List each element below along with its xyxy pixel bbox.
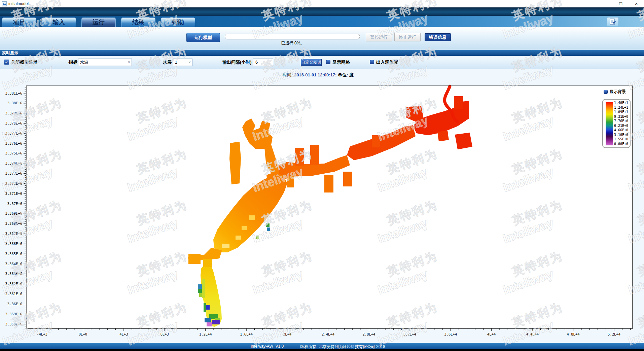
map-cell — [242, 226, 247, 230]
axis-tick-label: 2E+4 — [283, 332, 291, 336]
map-region-left-strip — [229, 142, 241, 184]
indicator-value: 水温 — [80, 60, 88, 65]
map-region-midband-stub-up — [372, 135, 380, 147]
tab-project[interactable]: 项目 — [2, 17, 36, 27]
interval-label: 输出间隔(小时) — [222, 59, 252, 65]
close-button[interactable]: ✕ — [629, 0, 644, 7]
axis-tick-label: 3.361E+6 — [5, 292, 22, 296]
axis-tick-label: 3.374E+6 — [5, 161, 22, 165]
flow-positions-checkbox[interactable] — [370, 60, 374, 64]
show-background-checkbox[interactable] — [604, 90, 608, 94]
axis-tick-label: 3.363E+6 — [5, 272, 22, 276]
legend-value: 6.21E+0 — [614, 124, 629, 128]
pause-run-button[interactable]: 暂停运行 — [366, 33, 392, 41]
map-cell — [205, 318, 211, 322]
axis-tick-label: 3.371E+6 — [5, 191, 22, 196]
custom-colormap-button[interactable]: 自定义图谱 — [301, 59, 322, 66]
chevron-down-icon: ∨ — [188, 59, 191, 66]
map-cell — [222, 244, 229, 248]
map-cell — [204, 303, 206, 312]
axis-tick-label: 3.375E+6 — [5, 151, 22, 155]
realtime-controls: ✓ 关闭图形显示 指标 水温 ∨ 水层 1 ∨ 输出间隔(小时) 6 自定义图谱… — [0, 56, 644, 69]
map-region-stub-down-b — [343, 172, 352, 186]
axis-tick-label: 3.37E+6 — [7, 202, 22, 206]
map-cell — [198, 284, 203, 289]
tab-bar: 项目 输入 运行 结果 帮助 环评/预警 — [0, 16, 644, 27]
chevron-down-icon: ∨ — [128, 59, 130, 66]
axis-tick-label: 3.2E+4 — [403, 332, 416, 336]
legend-value: 4.66E+0 — [614, 129, 629, 132]
tab-results[interactable]: 结果 — [121, 17, 155, 27]
axis-tick-label: 3.366E+6 — [5, 242, 22, 246]
axis-tick-label: 3.373E+6 — [5, 171, 22, 175]
axis-tick-label: 0E+0 — [79, 332, 87, 336]
axis-tick-label: 5.2E+4 — [608, 332, 620, 336]
ribbon-top-strip — [0, 7, 644, 16]
map-cell — [256, 236, 259, 239]
legend-value: 3.10E+0 — [614, 133, 629, 137]
legend-value: 7.76E+0 — [614, 119, 629, 123]
tab-input[interactable]: 输入 — [42, 17, 76, 27]
map-region-stub-down-c — [287, 176, 294, 187]
map-cell — [203, 259, 212, 267]
map-region-ne-stub-top — [454, 96, 463, 109]
show-grid-label: 显示网格 — [332, 59, 350, 65]
report-button[interactable] — [607, 17, 619, 26]
axis-tick-label: 3.38E+6 — [7, 101, 22, 105]
app-icon — [2, 1, 7, 6]
minimize-button[interactable]: ─ — [598, 0, 613, 7]
axis-tick-label: 3.381E+6 — [5, 91, 22, 95]
run-model-button[interactable]: 运行模型 — [186, 33, 220, 42]
interval-input[interactable]: 6 — [253, 59, 273, 66]
stop-run-button[interactable]: 终止运行 — [394, 33, 421, 41]
legend-background-toggle: 显示背景 — [604, 89, 626, 95]
realtime-display-header: 实时显示 — [0, 50, 644, 56]
app-version: Intelway-AW V1.0 — [251, 344, 284, 349]
plot-background — [26, 86, 633, 328]
map-region-stub-up-a — [295, 148, 304, 166]
maximize-button[interactable]: ❐ — [613, 0, 629, 7]
plot-panel: 时间: 2016-01-01 12:00:17; 单位: 度 -4E+30E+0… — [0, 69, 644, 343]
tab-help[interactable]: 帮助 — [161, 17, 195, 27]
show-grid-checkbox[interactable] — [326, 60, 330, 64]
axis-tick-label: 3.372E+6 — [5, 181, 22, 185]
axis-tick-label: 4.8E+4 — [567, 332, 580, 336]
progress-status-text: 已运行 0%。 — [225, 40, 360, 46]
legend-value: 1.09E+1 — [614, 110, 629, 114]
axis-tick-label: 3.377E+6 — [5, 131, 22, 135]
axis-tick-label: 2.8E+4 — [362, 332, 375, 336]
status-bar: Intelway-AW V1.0 版权所有: 北京英特利为环境科技有限公司 20… — [0, 343, 644, 349]
heatmap-chart: -4E+30E+04E+38E+31.2E+41.6E+42E+42.4E+42… — [0, 69, 644, 343]
axis-tick-label: 3.369E+6 — [5, 211, 22, 215]
axis-tick-label: 4E+4 — [487, 332, 496, 336]
axis-tick-label: -4E+3 — [37, 332, 47, 336]
close-graphics-checkbox[interactable]: ✓ — [4, 60, 9, 65]
axis-tick-label: 4.4E+4 — [526, 332, 539, 336]
axis-tick-label: 4E+3 — [119, 332, 128, 336]
axis-tick-label: 8E+3 — [160, 332, 169, 336]
axis-tick-label: 1.2E+4 — [199, 332, 212, 336]
axis-tick-label: 3.368E+6 — [5, 221, 22, 225]
window-title: initialmodel — [8, 1, 29, 6]
map-cell — [249, 215, 255, 220]
colorbar-gradient — [606, 102, 613, 145]
legend-value: 9.31E+0 — [614, 115, 629, 118]
map-cell — [267, 227, 270, 231]
tab-run[interactable]: 运行 — [81, 17, 116, 27]
show-background-label: 显示背景 — [610, 89, 626, 95]
bottom-edge — [0, 349, 644, 351]
axis-tick-label: 3.36E+6 — [7, 302, 22, 306]
map-cell — [188, 254, 201, 264]
layer-value: 1 — [175, 60, 177, 65]
flow-positions-label: 出入流位置 — [376, 59, 398, 65]
close-graphics-label: 关闭图形显示 — [11, 59, 37, 65]
axis-tick-label: 3.367E+6 — [5, 232, 22, 236]
map-cell — [266, 223, 270, 227]
copyright: 版权所有: 北京英特利为环境科技有限公司 2018 — [300, 344, 385, 350]
legend-value: 0.00E+0 — [614, 142, 629, 146]
layer-select[interactable]: 1 ∨ — [173, 59, 192, 66]
indicator-select[interactable]: 水温 ∨ — [78, 59, 132, 66]
error-info-button[interactable]: 错误信息 — [425, 33, 451, 41]
axis-tick-label: 3.365E+6 — [5, 252, 22, 256]
map-cell — [207, 322, 212, 326]
